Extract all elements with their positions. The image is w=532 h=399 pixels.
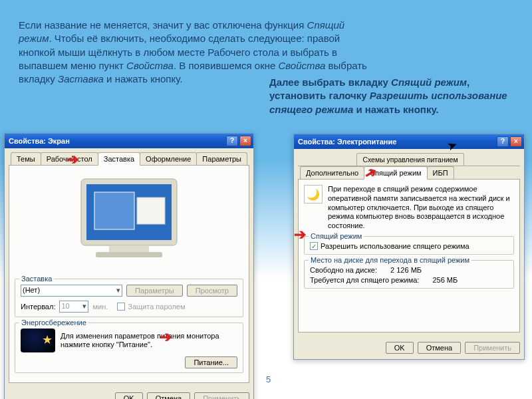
monitor-preview bbox=[63, 174, 196, 273]
tab-power-schemes[interactable]: Схемы управления питанием bbox=[356, 153, 464, 166]
apply-button[interactable]: Применить bbox=[465, 342, 520, 354]
ok-button[interactable]: OK bbox=[386, 342, 414, 354]
close-button[interactable]: × bbox=[239, 136, 251, 146]
close-button[interactable]: × bbox=[510, 136, 522, 147]
need-label: Требуется для спящего режима: bbox=[310, 276, 419, 284]
password-checkbox[interactable]: Защита паролем bbox=[117, 303, 185, 311]
window-title: Свойства: Электропитание bbox=[298, 138, 495, 146]
interval-spinner[interactable]: 10 bbox=[59, 301, 88, 313]
tab-advanced[interactable]: Дополнительно bbox=[300, 166, 364, 179]
cancel-button[interactable]: Отмена bbox=[418, 342, 461, 354]
dialog-buttons: OK Отмена Применить bbox=[5, 387, 253, 399]
need-value: 256 МБ bbox=[432, 276, 479, 284]
tab-screensaver[interactable]: Заставка bbox=[98, 152, 140, 166]
energy-legend: Энергосбережение bbox=[19, 319, 88, 327]
apply-button[interactable]: Применить bbox=[194, 392, 249, 399]
power-button[interactable]: Питание... bbox=[185, 356, 237, 368]
checkbox-box: ✓ bbox=[310, 242, 318, 250]
side-text: Далее выбрать вкладку Спящий режим, уста… bbox=[269, 76, 509, 116]
power-properties-window: Свойства: Электропитание ? × Схемы управ… bbox=[293, 134, 525, 360]
interval-unit: мин. bbox=[92, 303, 108, 311]
help-button[interactable]: ? bbox=[497, 136, 509, 147]
allow-hibernate-checkbox[interactable]: ✓ Разрешить использование спящего режима bbox=[310, 242, 469, 250]
free-value: 2 126 МБ bbox=[390, 266, 437, 274]
dialog-buttons: OK Отмена Применить bbox=[294, 336, 524, 359]
hibernate-icon: 🌙 bbox=[304, 185, 323, 203]
svg-rect-5 bbox=[96, 252, 162, 257]
svg-rect-4 bbox=[109, 245, 149, 252]
free-label: Свободно на диске: bbox=[310, 266, 377, 274]
cancel-button[interactable]: Отмена bbox=[147, 392, 190, 399]
tab-themes[interactable]: Темы bbox=[11, 152, 41, 165]
tab-desktop[interactable]: Рабочий стол bbox=[41, 152, 98, 165]
svg-rect-3 bbox=[137, 198, 165, 224]
screensaver-group: Заставка (Нет) Параметры Просмотр Интерв… bbox=[15, 279, 243, 317]
tab-panel: Заставка (Нет) Параметры Просмотр Интерв… bbox=[9, 166, 249, 383]
tab-appearance[interactable]: Оформление bbox=[140, 152, 197, 165]
sleep-group: Спящий режим ✓ Разрешить использование с… bbox=[304, 236, 514, 255]
energy-text: Для изменения параметров питания монитор… bbox=[61, 332, 237, 349]
disk-legend: Место на диске для перехода в спящий реж… bbox=[309, 256, 471, 264]
svg-rect-2 bbox=[94, 192, 134, 229]
page-number: 5 bbox=[266, 374, 271, 384]
tab-settings[interactable]: Параметры bbox=[196, 152, 247, 165]
tabstrip-row2: Дополнительно Спящий режим ИБП bbox=[298, 166, 520, 180]
energy-group: Энергосбережение Для изменения параметро… bbox=[15, 323, 243, 373]
tabstrip: Темы Рабочий стол Заставка Оформление Па… bbox=[9, 152, 249, 166]
screensaver-legend: Заставка bbox=[19, 275, 54, 283]
screensaver-select[interactable]: (Нет) bbox=[21, 285, 122, 297]
titlebar[interactable]: Свойства: Экран ? × bbox=[5, 134, 253, 148]
help-button[interactable]: ? bbox=[226, 136, 238, 146]
window-title: Свойства: Экран bbox=[9, 137, 225, 145]
energy-star-icon bbox=[21, 329, 55, 352]
display-properties-window: Свойства: Экран ? × Темы Рабочий стол За… bbox=[4, 133, 254, 399]
ok-button[interactable]: OK bbox=[115, 392, 143, 399]
interval-label: Интервал: bbox=[21, 303, 55, 311]
titlebar[interactable]: Свойства: Электропитание ? × bbox=[294, 134, 524, 149]
checkbox-box bbox=[117, 303, 125, 311]
info-text: При переходе в спящий режим содержимое о… bbox=[328, 185, 514, 231]
params-button[interactable]: Параметры bbox=[126, 285, 183, 297]
tab-hibernate[interactable]: Спящий режим bbox=[364, 166, 427, 180]
tabstrip-row1: Схемы управления питанием bbox=[298, 153, 520, 166]
sleep-legend: Спящий режим bbox=[309, 232, 364, 240]
tab-panel: 🌙 При переходе в спящий режим содержимое… bbox=[298, 180, 520, 332]
disk-group: Место на диске для перехода в спящий реж… bbox=[304, 260, 514, 289]
preview-button[interactable]: Просмотр bbox=[187, 285, 237, 297]
tab-ups[interactable]: ИБП bbox=[427, 166, 454, 179]
